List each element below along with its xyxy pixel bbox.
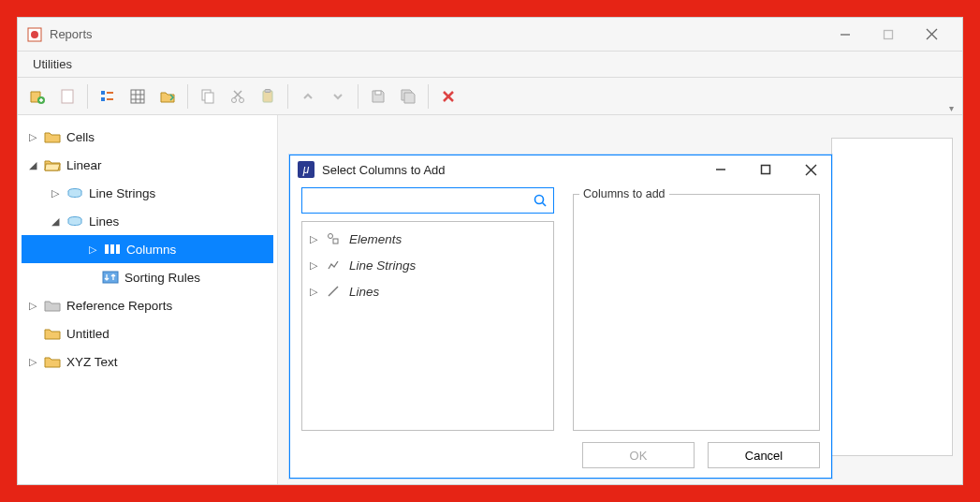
columns-icon <box>104 241 121 258</box>
tree-item-label: Lines <box>89 214 119 229</box>
svg-rect-24 <box>265 89 271 92</box>
available-columns-section: ▷ Elements ▷ Line Strings ▷ Lines <box>301 187 554 431</box>
tree-item-lines[interactable]: ◢ Lines <box>22 207 273 235</box>
ok-button[interactable]: OK <box>582 442 695 468</box>
chevron-right-icon: ▷ <box>27 356 38 368</box>
delete-button[interactable] <box>434 82 462 111</box>
new-button[interactable] <box>23 82 51 111</box>
save-all-button[interactable] <box>394 82 422 111</box>
tree-item-label: XYZ Text <box>66 355 118 369</box>
cancel-button[interactable]: Cancel <box>708 442 820 468</box>
tree-item-linear[interactable]: ◢ Linear <box>22 151 273 179</box>
dialog-titlebar[interactable]: μ Select Columns to Add <box>290 155 831 184</box>
table-button[interactable] <box>124 82 152 111</box>
microstation-icon: μ <box>298 161 314 178</box>
available-item-lines[interactable]: ▷ Lines <box>306 278 549 304</box>
elements-icon <box>327 232 342 245</box>
window-title: Reports <box>50 27 93 41</box>
move-up-button[interactable] <box>294 82 322 111</box>
select-columns-dialog: μ Select Columns to Add ▷ <box>289 155 832 479</box>
export-button[interactable] <box>154 82 182 111</box>
search-icon[interactable] <box>533 193 548 208</box>
toolbar-separator <box>87 84 88 109</box>
svg-line-42 <box>329 287 338 296</box>
folder-icon <box>44 325 61 342</box>
copy-button[interactable] <box>194 82 222 111</box>
available-columns-tree[interactable]: ▷ Elements ▷ Line Strings ▷ Lines <box>301 221 554 431</box>
available-item-label: Lines <box>349 285 379 299</box>
linestring-icon <box>327 258 342 272</box>
menu-utilities[interactable]: Utilities <box>25 53 80 75</box>
chevron-down-icon: ◢ <box>27 159 38 171</box>
tree-item-columns[interactable]: ▷ Columns <box>22 235 273 263</box>
svg-rect-9 <box>101 97 105 101</box>
paste-button[interactable] <box>254 82 282 111</box>
tree-item-label: Linear <box>66 158 102 172</box>
available-item-label: Elements <box>349 232 402 246</box>
available-item-label: Line Strings <box>349 258 416 273</box>
svg-point-38 <box>535 196 544 204</box>
dialog-buttons: OK Cancel <box>582 442 820 468</box>
svg-rect-32 <box>116 244 120 254</box>
search-box[interactable] <box>301 187 554 214</box>
svg-rect-8 <box>101 91 105 95</box>
dialog-window-controls <box>711 164 824 176</box>
available-item-elements[interactable]: ▷ Elements <box>306 226 549 252</box>
minimize-button[interactable] <box>824 18 867 52</box>
columns-to-add-legend: Columns to add <box>579 187 669 200</box>
maximize-button[interactable] <box>867 18 910 52</box>
tree-item-linestrings[interactable]: ▷ Line Strings <box>22 179 273 207</box>
toolbar: ▾ <box>18 78 962 115</box>
chevron-right-icon: ▷ <box>310 286 319 298</box>
tree-item-label: Cells <box>66 130 95 144</box>
toolbar-separator <box>428 84 429 109</box>
toolbar-separator <box>358 84 358 109</box>
app-icon <box>27 27 42 42</box>
tree-item-sorting-rules[interactable]: Sorting Rules <box>22 263 273 291</box>
svg-rect-33 <box>103 272 118 283</box>
tree-item-cells[interactable]: ▷ Cells <box>22 123 273 151</box>
svg-rect-35 <box>762 166 770 174</box>
properties-button[interactable] <box>94 82 122 111</box>
stack-icon <box>66 185 83 201</box>
cut-button[interactable] <box>224 82 252 111</box>
blank-button[interactable] <box>53 82 81 111</box>
svg-point-1 <box>31 31 38 38</box>
save-button[interactable] <box>364 82 392 111</box>
toolbar-separator <box>187 84 188 109</box>
dialog-maximize-button[interactable] <box>756 164 775 176</box>
window-titlebar: Reports <box>18 18 962 52</box>
close-button[interactable] <box>910 18 953 52</box>
svg-rect-3 <box>885 30 893 38</box>
chevron-right-icon: ▷ <box>50 187 61 199</box>
folder-open-icon <box>44 156 61 173</box>
dialog-minimize-button[interactable] <box>711 164 730 176</box>
dialog-title: Select Columns to Add <box>322 163 446 177</box>
folder-icon <box>44 128 61 145</box>
svg-rect-18 <box>205 93 213 103</box>
dialog-close-button[interactable] <box>801 164 820 176</box>
tree-item-label: Columns <box>126 243 176 257</box>
navigator-tree[interactable]: ▷ Cells ◢ Linear ▷ <box>18 115 278 484</box>
search-input[interactable] <box>308 193 533 209</box>
menubar: Utilities <box>18 52 962 78</box>
empty-panel <box>831 138 953 456</box>
svg-rect-25 <box>375 91 381 95</box>
toolbar-overflow-icon[interactable]: ▾ <box>949 103 958 112</box>
svg-point-20 <box>240 97 244 102</box>
sort-icon <box>102 269 119 286</box>
tree-item-untitled[interactable]: Untitled <box>22 319 273 347</box>
folder-icon <box>44 353 61 370</box>
chevron-right-icon: ▷ <box>27 131 38 143</box>
available-item-linestrings[interactable]: ▷ Line Strings <box>306 252 549 278</box>
columns-to-add-fieldset: Columns to add <box>573 187 820 431</box>
svg-rect-41 <box>333 239 338 244</box>
folder-grey-icon <box>44 297 61 314</box>
window-controls <box>824 18 953 52</box>
move-down-button[interactable] <box>324 82 352 111</box>
tree-item-label: Line Strings <box>89 186 155 200</box>
tree-item-reference-reports[interactable]: ▷ Reference Reports <box>22 291 273 319</box>
tree-item-xyz-text[interactable]: ▷ XYZ Text <box>22 347 273 376</box>
chevron-right-icon: ▷ <box>27 300 38 312</box>
line-icon <box>327 285 342 298</box>
